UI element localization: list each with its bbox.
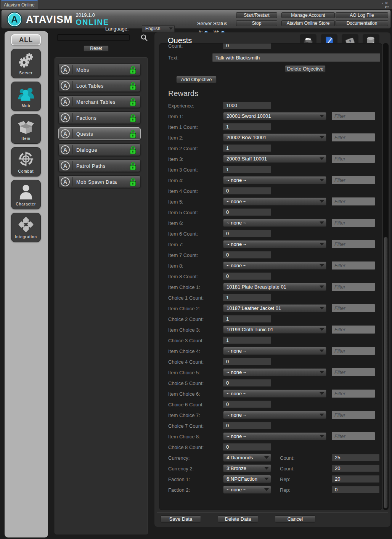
count-input[interactable]	[332, 465, 379, 472]
count-input[interactable]	[223, 379, 271, 387]
filter-input[interactable]	[332, 432, 375, 440]
count-input[interactable]	[223, 401, 271, 408]
list-item[interactable]: AMobs	[58, 63, 141, 76]
documentation-button[interactable]: Documentation	[336, 20, 388, 26]
filter-input[interactable]	[332, 390, 375, 398]
list-item[interactable]: ALoot Tables	[58, 79, 141, 92]
count-input[interactable]	[223, 443, 271, 451]
atavism-badge-icon: A	[61, 97, 70, 106]
count-input[interactable]	[223, 102, 271, 109]
count-label: Count:	[168, 43, 183, 49]
item-select[interactable]: 20002:Bow 10001	[223, 133, 326, 141]
cancel-button[interactable]: Cancel	[275, 515, 315, 523]
objective-text-input[interactable]	[212, 53, 380, 62]
filter-input[interactable]	[332, 155, 375, 163]
count-input[interactable]	[223, 358, 271, 365]
item-select[interactable]: 6:NPCFaction	[223, 475, 271, 483]
atavism-badge-icon: A	[61, 113, 70, 122]
item-select[interactable]: 20003:Staff 10001	[223, 155, 326, 163]
count-input[interactable]	[332, 475, 379, 483]
ao-log-file-button[interactable]: AO Log File	[336, 12, 388, 18]
search-input[interactable]	[57, 34, 130, 41]
filter-input[interactable]	[332, 347, 375, 355]
window-tab[interactable]: Atavism Online	[1, 0, 38, 9]
delete-data-button[interactable]: Delete Data	[218, 515, 258, 523]
filter-input[interactable]	[332, 240, 375, 248]
item-select[interactable]: 10181:Plate Breastplate 01	[223, 283, 326, 291]
item-select[interactable]: 10193:Cloth Tunic 01	[223, 326, 326, 334]
count-input[interactable]	[223, 123, 271, 130]
reward-row: Faction 2:~ none ~Rep:	[160, 484, 382, 495]
filter-input[interactable]	[332, 112, 375, 120]
filter-input[interactable]	[332, 304, 375, 312]
stop-button[interactable]: Stop	[236, 20, 277, 26]
language-select[interactable]: English	[142, 25, 175, 32]
manage-account-button[interactable]: Manage Account	[281, 12, 335, 18]
item-select[interactable]: ~ none ~	[223, 261, 326, 270]
item-select[interactable]: 20001:Sword 10001	[223, 112, 326, 120]
count-input[interactable]	[223, 230, 271, 237]
delete-objective-button[interactable]: Delete Objective	[285, 65, 326, 72]
count-input[interactable]	[223, 422, 271, 429]
save-data-button[interactable]: Save Data	[161, 515, 201, 523]
list-item[interactable]: AFactions	[58, 111, 141, 124]
add-objective-button[interactable]: Add Objective	[176, 76, 217, 83]
count-input[interactable]	[223, 166, 271, 173]
start-restart-button[interactable]: Start/Restart	[236, 12, 277, 18]
sidebar-item-item[interactable]: Item	[11, 114, 41, 144]
atavism-online-store-button[interactable]: Atavism Online Store	[281, 20, 335, 26]
sidebar-item-combat[interactable]: Combat	[11, 147, 41, 176]
filter-input[interactable]	[332, 326, 375, 334]
reward-row: Currency 2:3:BronzeCount:	[160, 463, 382, 474]
scrollbar-thumb[interactable]	[384, 237, 388, 509]
brand-edition: ONLINE	[76, 18, 109, 27]
all-categories-button[interactable]: ALL	[11, 34, 41, 45]
count-input[interactable]	[223, 144, 271, 152]
item-select[interactable]: ~ none ~	[223, 197, 326, 205]
item-select[interactable]: ~ none ~	[223, 486, 271, 494]
sidebar-item-server[interactable]: Server	[11, 49, 41, 78]
item-select[interactable]: ~ none ~	[223, 432, 326, 440]
count-input[interactable]	[223, 273, 271, 280]
objective-count-input[interactable]	[223, 43, 271, 49]
count-input[interactable]	[332, 454, 379, 461]
list-item[interactable]: AQuests	[58, 127, 141, 140]
maximize-icon[interactable]: ▫	[382, 1, 385, 5]
filter-input[interactable]	[332, 176, 375, 184]
filter-input[interactable]	[332, 219, 375, 227]
item-select[interactable]: ~ none ~	[223, 411, 326, 419]
sidebar-item-character[interactable]: Character	[11, 180, 41, 209]
count-input[interactable]	[223, 209, 271, 216]
list-item[interactable]: ADialogue	[58, 143, 141, 156]
filter-input[interactable]	[332, 283, 375, 291]
reset-button[interactable]: Reset	[84, 45, 109, 51]
count-input[interactable]	[223, 251, 271, 258]
filter-input[interactable]	[332, 197, 375, 205]
item-select[interactable]: ~ none ~	[223, 347, 326, 355]
list-item[interactable]: AMerchant Tables	[58, 95, 141, 108]
menu-icon[interactable]: ≡	[387, 5, 390, 9]
list-item[interactable]: APatrol Paths	[58, 159, 141, 172]
item-select[interactable]: 3:Bronze	[223, 464, 271, 472]
count-input[interactable]	[223, 294, 271, 301]
count-input[interactable]	[223, 187, 271, 194]
sidebar-item-integration[interactable]: Integration	[11, 213, 41, 242]
count-input[interactable]	[332, 486, 379, 493]
item-select[interactable]: ~ none ~	[223, 390, 326, 398]
item-select[interactable]: 4:Diamonds	[223, 454, 271, 462]
item-select[interactable]: ~ none ~	[223, 219, 326, 227]
scrollbar[interactable]	[383, 43, 389, 510]
reward-row: Item Choice 1:10181:Plate Breastplate 01	[160, 282, 382, 292]
filter-input[interactable]	[332, 368, 375, 376]
count-input[interactable]	[223, 337, 271, 344]
item-select[interactable]: ~ none ~	[223, 240, 326, 248]
filter-input[interactable]	[332, 261, 375, 270]
item-select[interactable]: ~ none ~	[223, 368, 326, 376]
item-select[interactable]: 10187:Leather Jacket 01	[223, 304, 326, 312]
item-select[interactable]: ~ none ~	[223, 176, 326, 184]
filter-input[interactable]	[332, 133, 375, 141]
count-input[interactable]	[223, 315, 271, 322]
sidebar-item-mob[interactable]: Mob	[11, 82, 41, 111]
filter-input[interactable]	[332, 411, 375, 419]
list-item[interactable]: AMob Spawn Data	[58, 175, 141, 188]
